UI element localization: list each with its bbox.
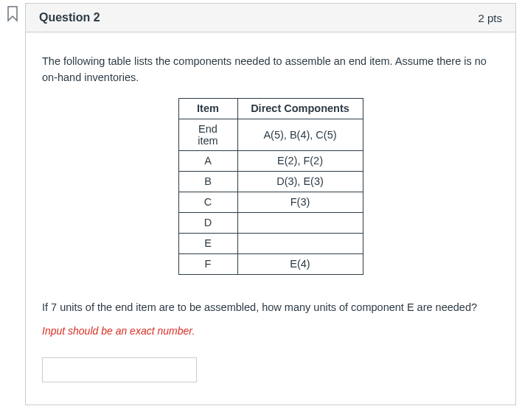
- question-header: Question 2 2 pts: [26, 4, 515, 32]
- table-body: End itemA(5), B(4), C(5) AE(2), F(2) BD(…: [178, 119, 363, 274]
- table-row: D: [178, 212, 363, 233]
- question-card: Question 2 2 pts The following table lis…: [25, 3, 516, 405]
- bookmark-icon[interactable]: [6, 6, 19, 22]
- table-row: CF(3): [178, 192, 363, 212]
- table-header-components: Direct Components: [237, 98, 363, 119]
- bom-table: Item Direct Components End itemA(5), B(4…: [178, 98, 363, 275]
- question-points: 2 pts: [478, 12, 502, 24]
- table-header-item: Item: [178, 98, 237, 119]
- table-row: E: [178, 233, 363, 253]
- question-body: The following table lists the components…: [26, 32, 515, 405]
- intro-text: The following table lists the components…: [42, 53, 499, 86]
- table-row: End itemA(5), B(4), C(5): [178, 119, 363, 150]
- prompt-text: If 7 units of the end item are to be ass…: [42, 300, 499, 316]
- table-row: AE(2), F(2): [178, 150, 363, 171]
- answer-input[interactable]: [42, 357, 197, 382]
- question-title: Question 2: [39, 11, 100, 24]
- hint-text: Input should be an exact number.: [42, 325, 499, 337]
- table-row: BD(3), E(3): [178, 171, 363, 192]
- table-row: FE(4): [178, 253, 363, 274]
